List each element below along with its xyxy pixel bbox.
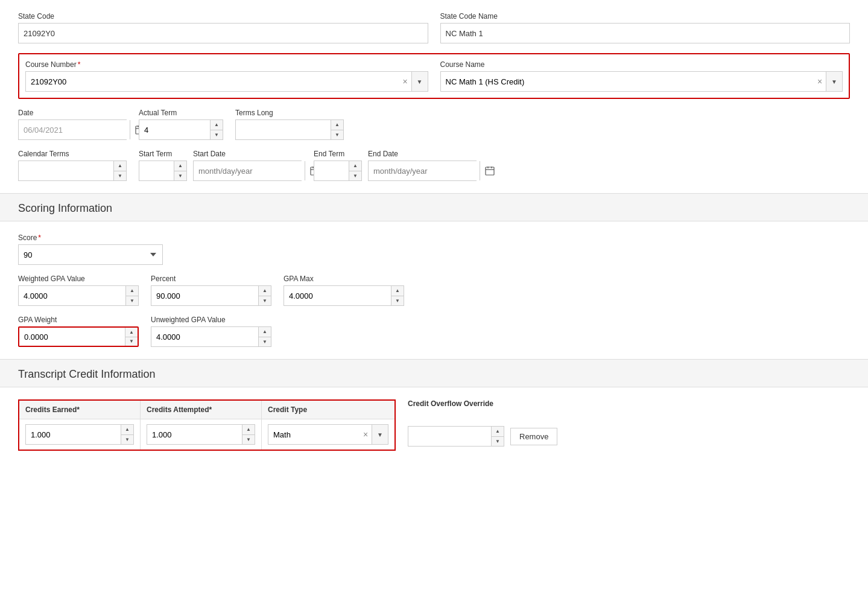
gpa-max-input[interactable] — [284, 286, 391, 305]
credit-type-clear-button[interactable]: × — [360, 425, 372, 444]
score-required-marker: * — [38, 234, 41, 242]
credit-overflow-section: Credit Overflow Override ▲ ▼ Remove — [408, 399, 557, 447]
credit-type-field: × ▼ — [268, 424, 388, 445]
weighted-gpa-up-button[interactable]: ▲ — [126, 286, 138, 296]
unweighted-gpa-field: ▲ ▼ — [151, 326, 271, 347]
course-number-field: × ▼ — [25, 71, 428, 92]
gpa-weight-up-button[interactable]: ▲ — [125, 328, 138, 337]
credits-attempted-field: ▲ ▼ — [147, 424, 255, 445]
terms-long-field: ▲ ▼ — [235, 119, 344, 140]
gpa-max-down-button[interactable]: ▼ — [391, 296, 404, 306]
end-term-input[interactable] — [314, 161, 349, 180]
calendar-terms-input[interactable] — [19, 161, 113, 180]
remove-button[interactable]: Remove — [510, 428, 557, 445]
score-select[interactable]: 90 — [18, 244, 163, 265]
weighted-gpa-input[interactable] — [19, 286, 125, 305]
start-date-input[interactable] — [194, 161, 305, 180]
percent-up-button[interactable]: ▲ — [259, 286, 271, 296]
terms-long-down-button[interactable]: ▼ — [331, 130, 343, 140]
credit-overflow-field: ▲ ▼ — [408, 426, 504, 447]
course-name-field: × ▼ — [440, 71, 843, 92]
actual-term-field: ▲ ▼ — [139, 119, 223, 140]
actual-term-down-button[interactable]: ▼ — [211, 130, 223, 140]
credit-type-dropdown-button[interactable]: ▼ — [372, 425, 388, 444]
unweighted-gpa-down-button[interactable]: ▼ — [259, 337, 271, 347]
course-number-dropdown-button[interactable]: ▼ — [411, 72, 428, 91]
end-term-up-button[interactable]: ▲ — [349, 161, 361, 171]
credit-type-input[interactable] — [268, 425, 360, 444]
gpa-max-field: ▲ ▼ — [284, 285, 404, 306]
end-term-down-button[interactable]: ▼ — [349, 171, 361, 181]
gpa-weight-label: GPA Weight — [18, 316, 139, 324]
start-term-label: Start Term — [139, 150, 187, 158]
course-number-required: * — [78, 60, 81, 69]
credits-attempted-down-button[interactable]: ▼ — [242, 435, 255, 445]
credit-overflow-spinners: ▲ ▼ — [491, 427, 504, 446]
gpa-max-up-button[interactable]: ▲ — [391, 286, 404, 296]
credits-earned-input[interactable] — [26, 425, 121, 444]
start-date-label: Start Date — [193, 150, 302, 158]
gpa-weight-input[interactable] — [19, 328, 125, 346]
gpa-max-spinners: ▲ ▼ — [391, 286, 404, 305]
actual-term-label: Actual Term — [139, 109, 223, 117]
calendar-terms-up-button[interactable]: ▲ — [114, 161, 126, 171]
credits-earned-up-button[interactable]: ▲ — [121, 425, 133, 435]
credit-table: Credits Earned* Credits Attempted* Credi… — [18, 399, 396, 451]
course-number-input[interactable] — [26, 72, 399, 91]
actual-term-up-button[interactable]: ▲ — [211, 120, 223, 130]
credits-earned-field: ▲ ▼ — [25, 424, 134, 445]
state-code-name-input[interactable] — [440, 23, 851, 43]
credits-earned-down-button[interactable]: ▼ — [121, 435, 133, 445]
unweighted-gpa-label: Unweighted GPA Value — [151, 316, 271, 324]
percent-field: ▲ ▼ — [151, 285, 271, 306]
actual-term-input[interactable] — [139, 120, 210, 139]
start-term-field: ▲ ▼ — [139, 161, 187, 181]
course-name-input[interactable] — [441, 72, 814, 91]
credit-type-cell: × ▼ — [262, 419, 396, 451]
credit-type-header: Credit Type — [262, 400, 396, 419]
terms-long-label: Terms Long — [235, 109, 344, 117]
svg-rect-8 — [486, 167, 494, 175]
credits-attempted-input[interactable] — [147, 425, 242, 444]
credits-attempted-spinners: ▲ ▼ — [242, 425, 255, 444]
start-term-up-button[interactable]: ▲ — [174, 161, 186, 171]
gpa-weight-spinners: ▲ ▼ — [125, 328, 138, 346]
percent-down-button[interactable]: ▼ — [259, 296, 271, 306]
unweighted-gpa-up-button[interactable]: ▲ — [259, 327, 271, 337]
credits-attempted-header: Credits Attempted* — [141, 400, 262, 419]
terms-long-input[interactable] — [236, 120, 331, 139]
date-label: Date — [18, 109, 127, 117]
end-date-calendar-button[interactable] — [480, 161, 499, 180]
start-term-input[interactable] — [139, 161, 174, 180]
date-input[interactable] — [19, 120, 130, 139]
percent-input[interactable] — [151, 286, 258, 305]
state-code-name-label: State Code Name — [440, 12, 851, 21]
actual-term-spinners: ▲ ▼ — [210, 120, 223, 139]
terms-long-up-button[interactable]: ▲ — [331, 120, 343, 130]
course-number-label: Course Number* — [25, 60, 428, 69]
weighted-gpa-spinners: ▲ ▼ — [125, 286, 138, 305]
credit-overflow-input[interactable] — [408, 427, 491, 446]
gpa-weight-field: ▲ ▼ — [18, 326, 139, 347]
unweighted-gpa-input[interactable] — [151, 327, 258, 346]
credit-overflow-down-button[interactable]: ▼ — [492, 437, 504, 447]
gpa-weight-down-button[interactable]: ▼ — [125, 337, 138, 346]
weighted-gpa-down-button[interactable]: ▼ — [126, 296, 138, 306]
course-name-dropdown-button[interactable]: ▼ — [826, 72, 842, 91]
score-label: Score* — [18, 234, 163, 242]
weighted-gpa-label: Weighted GPA Value — [18, 275, 139, 283]
end-date-input[interactable] — [369, 161, 480, 180]
weighted-gpa-field: ▲ ▼ — [18, 285, 139, 306]
course-name-clear-button[interactable]: × — [814, 72, 826, 91]
course-number-clear-button[interactable]: × — [399, 72, 411, 91]
end-date-field — [368, 161, 477, 181]
start-term-spinners: ▲ ▼ — [174, 161, 186, 180]
credit-overflow-up-button[interactable]: ▲ — [492, 427, 504, 437]
end-term-label: End Term — [314, 150, 362, 158]
start-term-down-button[interactable]: ▼ — [174, 171, 186, 181]
state-code-input[interactable] — [18, 23, 428, 43]
credits-attempted-up-button[interactable]: ▲ — [242, 425, 255, 435]
transcript-section-title: Transcript Credit Information — [18, 368, 155, 380]
calendar-terms-down-button[interactable]: ▼ — [114, 171, 126, 181]
course-name-label: Course Name — [440, 60, 843, 69]
